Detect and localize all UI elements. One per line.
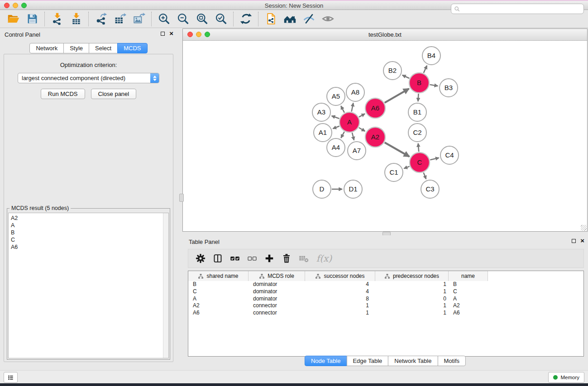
- network-overview-button[interactable]: [280, 11, 299, 27]
- table-cell[interactable]: dominator: [249, 281, 305, 288]
- edge-A2-C[interactable]: [385, 143, 410, 157]
- node-table[interactable]: shared nameMCDS rolesuccessor nodesprede…: [188, 271, 584, 357]
- tab-network-table[interactable]: Network Table: [388, 356, 438, 366]
- table-cell[interactable]: A6: [449, 310, 488, 317]
- edge-A-A2[interactable]: [359, 128, 365, 131]
- table-cell[interactable]: A2: [449, 302, 488, 310]
- table-cell[interactable]: 4: [305, 281, 375, 288]
- tab-select[interactable]: Select: [89, 43, 118, 53]
- open-file-button[interactable]: [4, 11, 23, 27]
- table-cell[interactable]: A6: [188, 310, 249, 317]
- table-row[interactable]: Adominator80A: [188, 295, 583, 303]
- tab-edge-table[interactable]: Edge Table: [346, 356, 388, 366]
- mcds-result-list[interactable]: A2ABCA6: [8, 213, 169, 358]
- network-window-titlebar[interactable]: testGlobe.txt: [183, 29, 587, 41]
- settings-button[interactable]: [192, 250, 209, 267]
- table-cell[interactable]: 1: [305, 310, 375, 317]
- table-cell[interactable]: dominator: [249, 295, 305, 303]
- result-item-b[interactable]: B: [11, 229, 168, 236]
- delete-row-button[interactable]: [278, 250, 295, 267]
- search-input[interactable]: [462, 5, 583, 13]
- table-cell[interactable]: B: [449, 281, 488, 288]
- table-row[interactable]: Cdominator41C: [188, 288, 583, 295]
- table-cell[interactable]: B: [188, 281, 249, 288]
- zoom-selected-button[interactable]: [211, 11, 230, 27]
- table-cell[interactable]: A: [449, 295, 488, 303]
- table-cell[interactable]: A2: [188, 302, 249, 310]
- table-cell[interactable]: 1: [375, 288, 449, 295]
- column-header-name[interactable]: name: [449, 271, 488, 281]
- vertical-split-handle[interactable]: [179, 194, 184, 202]
- save-session-button[interactable]: [23, 11, 42, 27]
- close-table-panel-icon[interactable]: ×: [580, 238, 584, 243]
- export-image-button[interactable]: [129, 11, 148, 27]
- hide-graphics-button[interactable]: [299, 11, 318, 27]
- task-history-button[interactable]: [4, 372, 18, 383]
- column-header-successor-nodes[interactable]: successor nodes: [305, 271, 375, 281]
- result-item-a6[interactable]: A6: [11, 243, 168, 251]
- zoom-fit-button[interactable]: [192, 11, 211, 27]
- table-cell[interactable]: A: [188, 295, 249, 303]
- table-cell[interactable]: connector: [249, 302, 305, 310]
- table-cell[interactable]: 1: [375, 302, 449, 310]
- show-graphics-button[interactable]: [318, 11, 337, 27]
- edge-B-B1[interactable]: [418, 94, 419, 101]
- float-panel-icon[interactable]: [161, 32, 165, 36]
- close-panel-button[interactable]: Close panel: [91, 89, 137, 99]
- edge-A-A3[interactable]: [332, 116, 339, 119]
- import-network-button[interactable]: [48, 11, 67, 27]
- run-mcds-button[interactable]: Run MCDS: [41, 89, 85, 99]
- edge-A-A6[interactable]: [359, 114, 365, 117]
- memory-button[interactable]: Memory: [548, 372, 584, 383]
- result-scrollbar[interactable]: [163, 213, 168, 358]
- zoom-in-button[interactable]: [154, 11, 173, 27]
- edge-A-A4[interactable]: [341, 132, 344, 138]
- table-cell[interactable]: C: [449, 288, 488, 295]
- close-panel-icon[interactable]: ×: [169, 31, 173, 36]
- edge-C-C3[interactable]: [424, 172, 426, 179]
- edge-C-C1[interactable]: [404, 167, 409, 169]
- table-cell[interactable]: 1: [375, 281, 449, 288]
- table-row[interactable]: A6connector11A6: [188, 310, 583, 317]
- edge-A6-B[interactable]: [385, 89, 409, 103]
- edge-C-C2[interactable]: [418, 143, 419, 152]
- export-table-button[interactable]: [110, 11, 129, 27]
- edge-B-B4[interactable]: [424, 66, 427, 73]
- edge-A-A1[interactable]: [333, 126, 339, 129]
- new-session-button[interactable]: [261, 11, 280, 27]
- edge-B-B3[interactable]: [430, 85, 438, 86]
- float-table-panel-icon[interactable]: [572, 239, 576, 243]
- tab-mcds[interactable]: MCDS: [117, 43, 147, 53]
- table-cell[interactable]: 1: [375, 310, 449, 317]
- edge-A-A7[interactable]: [352, 133, 354, 140]
- tab-network[interactable]: Network: [29, 43, 64, 53]
- table-row[interactable]: Bdominator41B: [188, 281, 583, 288]
- export-network-button[interactable]: [91, 11, 110, 27]
- import-table-button[interactable]: [67, 11, 86, 27]
- table-cell[interactable]: 8: [305, 295, 375, 303]
- result-item-a2[interactable]: A2: [11, 214, 168, 222]
- result-item-a[interactable]: A: [11, 222, 168, 229]
- table-cell[interactable]: dominator: [249, 288, 305, 295]
- table-cell[interactable]: 0: [375, 295, 449, 303]
- select-all-button[interactable]: [226, 250, 244, 267]
- table-cell[interactable]: 4: [305, 288, 375, 295]
- show-columns-button[interactable]: [209, 250, 226, 267]
- result-item-c[interactable]: C: [11, 236, 168, 243]
- edge-C-C4[interactable]: [430, 158, 439, 160]
- deselect-all-button[interactable]: [244, 250, 261, 267]
- edge-A-A5[interactable]: [341, 106, 344, 113]
- edge-A-A8[interactable]: [352, 103, 354, 112]
- table-cell[interactable]: 1: [305, 302, 375, 310]
- criterion-dropdown[interactable]: largest connected component (directed): [18, 73, 159, 83]
- tab-motifs[interactable]: Motifs: [437, 356, 466, 366]
- table-cell[interactable]: C: [188, 288, 249, 295]
- zoom-out-button[interactable]: [173, 11, 192, 27]
- column-header-shared-name[interactable]: shared name: [188, 271, 249, 281]
- resize-grip[interactable]: [581, 225, 587, 231]
- column-header-predecessor-nodes[interactable]: predecessor nodes: [375, 271, 449, 281]
- tab-node-table[interactable]: Node Table: [305, 356, 347, 366]
- refresh-button[interactable]: [236, 11, 255, 27]
- table-row[interactable]: A2connector11A2: [188, 302, 583, 310]
- edge-B-B2[interactable]: [402, 75, 409, 78]
